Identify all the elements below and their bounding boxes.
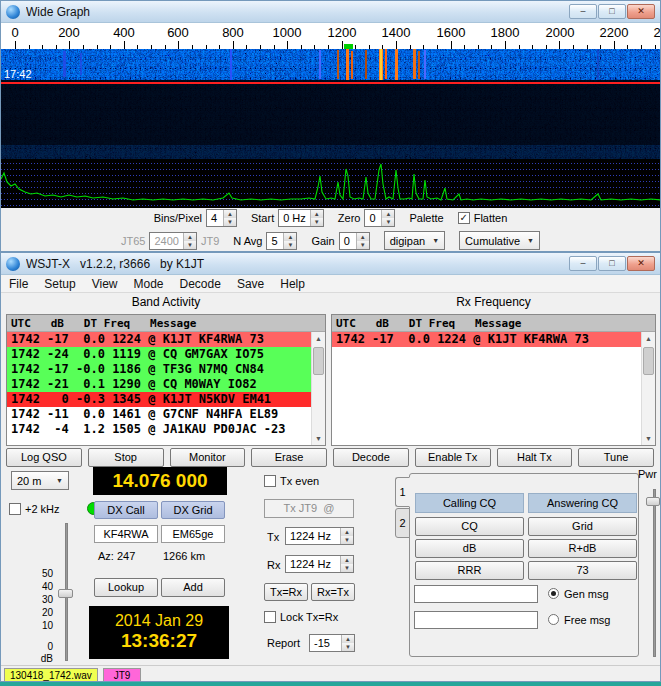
close-icon[interactable]: ✕: [627, 256, 655, 271]
free-msg-input[interactable]: [414, 611, 538, 629]
spin-down-icon[interactable]: ▼: [341, 536, 353, 544]
menu-decode[interactable]: Decode: [172, 275, 229, 293]
scroll-down-icon[interactable]: ▼: [312, 432, 325, 445]
bins-pixel-spinner[interactable]: 4 ▲ ▼: [206, 209, 237, 227]
checkbox-box[interactable]: [9, 503, 21, 515]
spin-up-icon[interactable]: ▲: [224, 210, 236, 218]
spin-down-icon[interactable]: ▼: [342, 643, 354, 651]
scrollbar-thumb[interactable]: [313, 347, 324, 375]
gen-msg-radio[interactable]: [548, 588, 559, 599]
waterfall-display[interactable]: 17:42: [1, 49, 661, 159]
spin-down-icon[interactable]: ▼: [284, 241, 296, 249]
pwr-slider-handle[interactable]: [646, 497, 660, 506]
menu-save[interactable]: Save: [229, 275, 272, 293]
checkbox-box[interactable]: [264, 475, 276, 487]
scrollbar-thumb[interactable]: [643, 347, 654, 375]
gain-spinner[interactable]: 0 ▲ ▼: [339, 232, 370, 250]
spin-up-icon[interactable]: ▲: [382, 210, 394, 218]
tx-freq-spinner[interactable]: 1224 Hz ▲ ▼: [285, 527, 354, 545]
palette-select[interactable]: digipan ▼: [384, 231, 445, 250]
spin-up-icon[interactable]: ▲: [341, 556, 353, 564]
checkbox-box[interactable]: [264, 611, 276, 623]
grid-button[interactable]: Grid: [528, 517, 637, 536]
band-activity-scrollbar[interactable]: ▲ ▼: [311, 332, 325, 445]
start-spinner[interactable]: 0 Hz ▲ ▼: [278, 209, 324, 227]
tx-eq-rx-button[interactable]: Tx=Rx: [264, 583, 308, 601]
rx-frequency-scrollbar[interactable]: ▲ ▼: [641, 332, 655, 445]
navg-spinner[interactable]: 5 ▲ ▼: [266, 232, 297, 250]
scroll-up-icon[interactable]: ▲: [642, 332, 655, 345]
band-activity-panel: UTC dB DT Freq Message 1742 -17 0.0 1224…: [6, 314, 326, 446]
frequency-scale[interactable]: 0 200 400 600 800 1000 1200 1400 1600 18…: [1, 23, 660, 49]
minimize-icon[interactable]: –: [569, 256, 597, 271]
spin-up-icon[interactable]: ▲: [341, 528, 353, 536]
spin-down-icon[interactable]: ▼: [357, 241, 369, 249]
menu-mode[interactable]: Mode: [126, 275, 172, 293]
scroll-down-icon[interactable]: ▼: [642, 432, 655, 445]
wide-graph-controls-row1: Bins/Pixel 4 ▲ ▼ Start 0 Hz ▲: [1, 209, 660, 227]
spin-up-icon[interactable]: ▲: [357, 233, 369, 241]
wide-graph-titlebar[interactable]: Wide Graph – □ ✕: [1, 1, 660, 23]
tab-1[interactable]: 1: [395, 477, 410, 507]
tab-2[interactable]: 2: [395, 508, 410, 538]
spin-down-icon[interactable]: ▼: [224, 218, 236, 226]
decode-row[interactable]: 1742 -17 0.0 1224 @ K1JT KF4RWA 73: [332, 332, 655, 347]
lock-tx-rx-checkbox[interactable]: Lock Tx=Rx: [264, 611, 338, 623]
dx-call-field[interactable]: KF4RWA: [94, 525, 158, 543]
seventy-three-button[interactable]: 73: [528, 561, 637, 580]
db-button[interactable]: dB: [415, 539, 524, 558]
decode-row[interactable]: 1742 -17 -0.0 1186 @ TF3G N7MQ CN84: [7, 362, 325, 377]
decode-row[interactable]: 1742 -11 0.0 1461 @ G7CNF N4HFA EL89: [7, 407, 325, 422]
spin-up-icon[interactable]: ▲: [284, 233, 296, 241]
decode-row[interactable]: 1742 -24 0.0 1119 @ CQ GM7GAX IO75: [7, 347, 325, 362]
menu-setup[interactable]: Setup: [36, 275, 83, 293]
add-button[interactable]: Add: [161, 578, 225, 597]
spectrum-display[interactable]: [1, 159, 661, 208]
decode-row[interactable]: 1742 -4 1.2 1505 @ JA1KAU PD0JAC -23: [7, 422, 325, 437]
spectrum-mode-select[interactable]: Cumulative ▼: [459, 231, 540, 250]
band-select[interactable]: 20 m ▼: [11, 471, 69, 490]
main-titlebar[interactable]: WSJT-X v1.2.2, r3666 by K1JT – □ ✕: [1, 253, 660, 275]
tx-even-checkbox[interactable]: Tx even: [264, 475, 319, 487]
scale-label: 1600: [433, 25, 469, 40]
gen-msg-input[interactable]: [414, 585, 538, 603]
spin-up-icon[interactable]: ▲: [342, 635, 354, 643]
scroll-up-icon[interactable]: ▲: [312, 332, 325, 345]
checkbox-check-icon[interactable]: ✓: [458, 212, 470, 224]
decode-row[interactable]: 1742 -21 0.1 1290 @ CQ M0WAY IO82: [7, 377, 325, 392]
maximize-icon[interactable]: □: [598, 4, 626, 19]
rx-eq-tx-button[interactable]: Rx=Tx: [311, 583, 355, 601]
tx-even-label: Tx even: [280, 475, 319, 487]
report-spinner[interactable]: -15 ▲ ▼: [309, 634, 355, 652]
close-icon[interactable]: ✕: [627, 4, 655, 19]
minimize-icon[interactable]: –: [569, 4, 597, 19]
plus-2khz-checkbox[interactable]: +2 kHz: [9, 503, 60, 515]
spin-down-icon[interactable]: ▼: [382, 218, 394, 226]
rrr-button[interactable]: RRR: [415, 561, 524, 580]
dx-grid-button[interactable]: DX Grid: [161, 501, 225, 519]
spin-down-icon[interactable]: ▼: [311, 218, 323, 226]
maximize-icon[interactable]: □: [598, 256, 626, 271]
dx-grid-field[interactable]: EM65ge: [161, 525, 225, 543]
dx-call-button[interactable]: DX Call: [94, 501, 158, 519]
free-msg-radio[interactable]: [548, 614, 559, 625]
r-db-button[interactable]: R+dB: [528, 539, 637, 558]
rx-gain-slider-handle[interactable]: [58, 589, 73, 598]
zero-spinner[interactable]: 0 ▲ ▼: [364, 209, 395, 227]
rx-freq-spinner[interactable]: 1224 Hz ▲ ▼: [285, 555, 354, 573]
spin-up-icon[interactable]: ▲: [311, 210, 323, 218]
decode-row[interactable]: 1742 0 -0.3 1345 @ K1JT N5KDV EM41: [7, 392, 325, 407]
scale-label: 800: [215, 25, 251, 40]
spin-down-icon[interactable]: ▼: [341, 564, 353, 572]
gen-msg-label: Gen msg: [564, 588, 609, 600]
menu-file[interactable]: File: [1, 275, 36, 293]
flatten-checkbox[interactable]: ✓ Flatten: [458, 212, 508, 224]
decode-row[interactable]: 1742 -17 0.0 1224 @ K1JT KF4RWA 73: [7, 332, 325, 347]
pwr-slider[interactable]: [653, 489, 656, 657]
menu-view[interactable]: View: [84, 275, 126, 293]
cq-button[interactable]: CQ: [415, 517, 524, 536]
menu-help[interactable]: Help: [272, 275, 313, 293]
wav-file-status: 130418_1742.wav: [4, 668, 98, 682]
lookup-button[interactable]: Lookup: [94, 578, 158, 597]
main-window-icon: [6, 257, 20, 271]
